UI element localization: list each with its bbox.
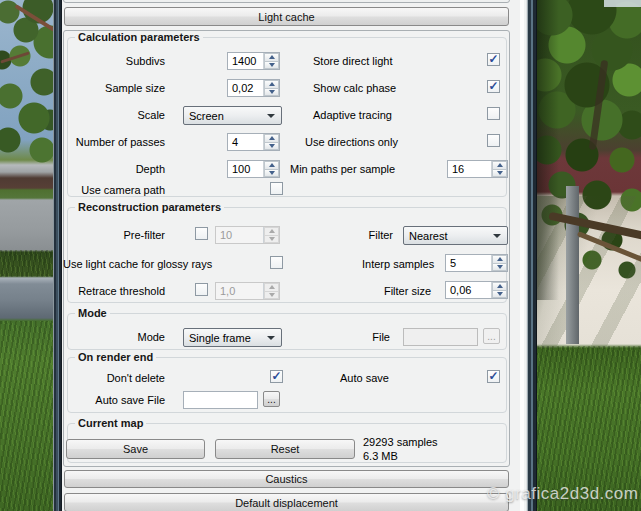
spin-down-button[interactable]	[492, 291, 507, 299]
spin-down-button[interactable]	[264, 89, 279, 97]
spinner-arrows	[263, 283, 279, 299]
spin-down-icon	[269, 293, 275, 297]
spin-up-button[interactable]	[264, 53, 279, 62]
scale-dropdown[interactable]: Screen	[183, 106, 282, 125]
reset-button[interactable]: Reset	[215, 439, 355, 459]
auto-save-checkbox[interactable]: ✓	[487, 370, 500, 383]
pre-filter-spinner: 10	[215, 226, 280, 244]
spin-down-button[interactable]	[492, 170, 507, 178]
spin-up-button[interactable]	[492, 161, 507, 170]
rollout-header-caustics[interactable]: Caustics	[64, 470, 509, 488]
background-pole	[566, 186, 579, 344]
min-paths-per-sample-spinner[interactable]: 16	[447, 160, 508, 178]
spin-up-button[interactable]	[492, 255, 507, 264]
group-title: Calculation parameters	[75, 31, 203, 44]
rollout-content: Light cache Calculation parameters Recon…	[62, 0, 520, 511]
spin-down-button	[264, 292, 279, 300]
auto-save-label: Auto save	[340, 372, 389, 385]
interp-samples-spinner[interactable]: 5	[445, 254, 508, 272]
rollout-header-label: Light cache	[258, 11, 314, 23]
spin-down-icon	[497, 171, 503, 175]
file-browse-button: ...	[483, 328, 500, 344]
checkmark-icon: ✓	[271, 370, 281, 382]
spin-down-button[interactable]	[264, 170, 279, 178]
checkmark-icon: ✓	[488, 80, 498, 92]
mode-dropdown[interactable]: Single frame	[183, 328, 282, 347]
retrace-threshold-spinner: 1,0	[215, 282, 280, 300]
samples-count: 29293 samples	[363, 435, 438, 449]
save-button[interactable]: Save	[66, 439, 205, 459]
subdivs-spinner[interactable]: 1400	[227, 52, 280, 70]
window-frame-right	[520, 0, 537, 511]
spin-up-button[interactable]	[264, 80, 279, 89]
spin-down-icon	[269, 237, 275, 241]
rollout-header-default-displacement[interactable]: Default displacement	[64, 493, 509, 511]
depth-label: Depth	[60, 163, 165, 176]
show-calc-phase-checkbox[interactable]: ✓	[487, 80, 500, 93]
use-directions-only-checkbox[interactable]	[487, 134, 500, 147]
filter-size-label: Filter size	[362, 285, 431, 298]
spinner-arrows	[491, 255, 507, 271]
pre-filter-checkbox[interactable]	[195, 227, 208, 240]
file-field	[403, 328, 478, 346]
spin-down-icon	[269, 90, 275, 94]
spin-up-icon	[269, 285, 275, 289]
sample-size-label: Sample size	[60, 82, 165, 95]
spinner-arrows	[263, 161, 279, 177]
rollout-header-light-cache[interactable]: Light cache	[64, 7, 509, 26]
spin-up-button[interactable]	[492, 282, 507, 291]
spinner-arrows	[263, 134, 279, 150]
group-title: Mode	[75, 307, 110, 320]
store-direct-light-checkbox[interactable]: ✓	[487, 53, 500, 66]
glossy-rays-checkbox[interactable]	[270, 256, 283, 269]
filter-size-spinner[interactable]: 0,06	[445, 281, 508, 299]
spin-up-button[interactable]	[264, 161, 279, 170]
save-button-label: Save	[123, 443, 148, 455]
interp-samples-value: 5	[446, 255, 491, 271]
auto-save-file-field[interactable]	[183, 391, 258, 409]
group-title: Reconstruction parameters	[75, 201, 224, 214]
depth-spinner[interactable]: 100	[227, 160, 280, 178]
min-paths-per-sample-value: 16	[448, 161, 491, 177]
adaptive-tracing-checkbox[interactable]	[487, 107, 500, 120]
scale-value: Screen	[184, 110, 267, 122]
filter-label: Filter	[331, 229, 393, 242]
spin-down-button	[264, 236, 279, 244]
use-camera-path-label: Use camera path	[60, 184, 165, 197]
spin-down-button[interactable]	[264, 143, 279, 151]
spin-up-icon	[269, 163, 275, 167]
subdivs-value: 1400	[228, 53, 263, 69]
spinner-arrows	[491, 161, 507, 177]
dont-delete-checkbox[interactable]: ✓	[270, 370, 283, 383]
retrace-threshold-checkbox[interactable]	[195, 283, 208, 296]
dropdown-arrow-icon	[267, 336, 275, 340]
group-title: Current map	[75, 417, 146, 430]
rollout-header-label: Default displacement	[235, 497, 338, 509]
spin-up-button[interactable]	[264, 134, 279, 143]
reset-button-label: Reset	[271, 443, 300, 455]
spinner-arrows	[263, 80, 279, 96]
adaptive-tracing-label: Adaptive tracing	[313, 109, 392, 122]
use-directions-only-label: Use directions only	[305, 136, 398, 149]
min-paths-per-sample-label: Min paths per sample	[290, 163, 395, 176]
spin-down-button[interactable]	[264, 62, 279, 70]
dropdown-arrow-icon	[493, 234, 501, 238]
filter-dropdown[interactable]: Nearest	[403, 226, 508, 245]
auto-save-browse-button[interactable]: ...	[263, 391, 280, 407]
spin-up-button	[264, 283, 279, 292]
spin-down-icon	[269, 144, 275, 148]
number-of-passes-spinner[interactable]: 4	[227, 133, 280, 151]
spinner-arrows	[263, 53, 279, 69]
file-label: File	[352, 331, 390, 344]
mode-label: Mode	[60, 331, 165, 344]
spin-down-button[interactable]	[492, 264, 507, 272]
glossy-rays-label: Use light cache for glossy rays	[63, 258, 212, 271]
spin-up-icon	[269, 136, 275, 140]
spin-up-icon	[497, 163, 503, 167]
retrace-threshold-value: 1,0	[216, 283, 263, 299]
sample-size-spinner[interactable]: 0,02	[227, 79, 280, 97]
use-camera-path-checkbox[interactable]	[270, 182, 283, 195]
spin-down-icon	[497, 292, 503, 296]
spin-down-icon	[269, 63, 275, 67]
previous-rollout-edge	[63, 0, 510, 3]
